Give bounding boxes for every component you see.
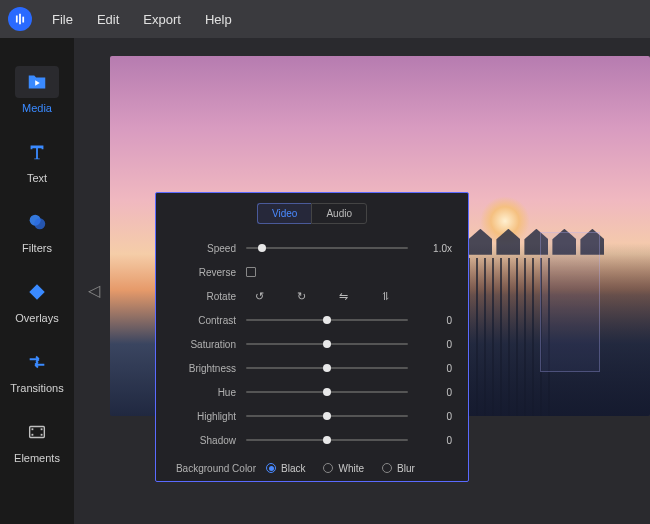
filmstrip-icon	[26, 421, 48, 443]
row-brightness: Brightness 0	[164, 356, 452, 380]
svg-rect-5	[29, 284, 45, 300]
sidebar-item-label: Media	[22, 102, 52, 114]
slider-shadow[interactable]	[246, 433, 408, 447]
sidebar: Media Text Filters Overlays Transitions …	[0, 38, 74, 524]
rotate-ccw-icon[interactable]: ↺	[252, 289, 266, 303]
label-contrast: Contrast	[164, 315, 236, 326]
arrows-h-icon	[26, 351, 48, 373]
radio-label: Blur	[397, 463, 415, 474]
selection-overlay[interactable]	[540, 232, 600, 372]
slider-saturation[interactable]	[246, 337, 408, 351]
row-saturation: Saturation 0	[164, 332, 452, 356]
label-brightness: Brightness	[164, 363, 236, 374]
text-t-icon	[26, 141, 48, 163]
sidebar-item-label: Overlays	[15, 312, 58, 324]
row-rotate: Rotate ↺ ↻ ⇋ ⥮	[164, 284, 452, 308]
svg-rect-1	[19, 14, 21, 25]
row-shadow: Shadow 0	[164, 428, 452, 452]
label-shadow: Shadow	[164, 435, 236, 446]
svg-rect-0	[16, 16, 18, 23]
tab-video[interactable]: Video	[257, 203, 311, 224]
svg-rect-10	[41, 434, 43, 436]
value-brightness: 0	[418, 363, 452, 374]
sidebar-item-label: Transitions	[10, 382, 63, 394]
flip-horizontal-icon[interactable]: ⇋	[336, 289, 350, 303]
menubar: File Edit Export Help	[0, 0, 650, 38]
label-reverse: Reverse	[164, 267, 236, 278]
folder-play-icon	[26, 71, 48, 93]
value-contrast: 0	[418, 315, 452, 326]
sidebar-item-label: Elements	[14, 452, 60, 464]
slider-highlight[interactable]	[246, 409, 408, 423]
radio-bg-black[interactable]: Black	[266, 463, 305, 474]
menu-help[interactable]: Help	[195, 8, 242, 31]
slider-speed[interactable]	[246, 241, 408, 255]
radio-bg-white[interactable]: White	[323, 463, 364, 474]
blob-icon	[26, 211, 48, 233]
sidebar-item-media[interactable]: Media	[0, 56, 74, 126]
logo-bars-icon	[13, 12, 27, 26]
row-reverse: Reverse	[164, 260, 452, 284]
sidebar-item-filters[interactable]: Filters	[0, 196, 74, 266]
sidebar-item-label: Filters	[22, 242, 52, 254]
tab-audio[interactable]: Audio	[311, 203, 367, 224]
menu-edit[interactable]: Edit	[87, 8, 129, 31]
row-contrast: Contrast 0	[164, 308, 452, 332]
label-hue: Hue	[164, 387, 236, 398]
svg-rect-6	[30, 427, 45, 438]
value-speed: 1.0x	[418, 243, 452, 254]
svg-rect-8	[32, 434, 34, 436]
rotate-cw-icon[interactable]: ↻	[294, 289, 308, 303]
checkbox-reverse[interactable]	[246, 267, 256, 277]
sidebar-item-elements[interactable]: Elements	[0, 406, 74, 476]
panel-tabs: Video Audio	[156, 193, 468, 230]
value-highlight: 0	[418, 411, 452, 422]
slider-contrast[interactable]	[246, 313, 408, 327]
radio-label: White	[338, 463, 364, 474]
app-logo	[8, 7, 32, 31]
sidebar-item-transitions[interactable]: Transitions	[0, 336, 74, 406]
svg-rect-7	[32, 428, 34, 430]
row-highlight: Highlight 0	[164, 404, 452, 428]
properties-panel: Video Audio Speed 1.0x Reverse Rotate ↺ …	[155, 192, 469, 482]
value-hue: 0	[418, 387, 452, 398]
svg-rect-2	[22, 17, 24, 23]
value-saturation: 0	[418, 339, 452, 350]
label-speed: Speed	[164, 243, 236, 254]
label-highlight: Highlight	[164, 411, 236, 422]
menu-file[interactable]: File	[42, 8, 83, 31]
radio-label: Black	[281, 463, 305, 474]
radio-bg-blur[interactable]: Blur	[382, 463, 415, 474]
slider-brightness[interactable]	[246, 361, 408, 375]
value-shadow: 0	[418, 435, 452, 446]
svg-point-4	[34, 218, 45, 229]
label-background-color: Background Color	[164, 463, 256, 474]
slider-hue[interactable]	[246, 385, 408, 399]
row-speed: Speed 1.0x	[164, 236, 452, 260]
svg-rect-9	[41, 428, 43, 430]
sidebar-item-label: Text	[27, 172, 47, 184]
row-hue: Hue 0	[164, 380, 452, 404]
diamond-icon	[26, 281, 48, 303]
flip-vertical-icon[interactable]: ⥮	[378, 289, 392, 303]
row-background-color: Background Color Black White Blur	[164, 454, 452, 481]
label-rotate: Rotate	[164, 291, 236, 302]
sidebar-item-overlays[interactable]: Overlays	[0, 266, 74, 336]
sidebar-item-text[interactable]: Text	[0, 126, 74, 196]
back-triangle-icon[interactable]: ◁	[88, 281, 100, 300]
menu-export[interactable]: Export	[133, 8, 191, 31]
label-saturation: Saturation	[164, 339, 236, 350]
